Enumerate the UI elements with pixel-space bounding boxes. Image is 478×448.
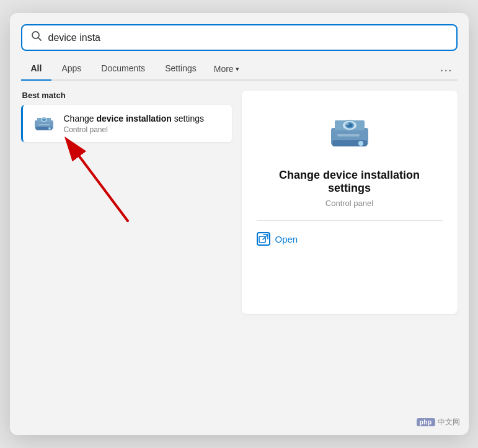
tabs-row: All Apps Documents Settings More ▾ ··· (21, 60, 458, 81)
result-title: Change device installation settings (64, 113, 223, 124)
open-external-icon (257, 232, 270, 246)
search-bar[interactable] (21, 24, 458, 51)
svg-point-5 (48, 127, 51, 130)
tab-documents[interactable]: Documents (91, 60, 155, 81)
best-match-label: Best match (21, 91, 232, 100)
svg-rect-6 (38, 124, 50, 125)
tab-apps[interactable]: Apps (51, 60, 91, 81)
chevron-down-icon: ▾ (236, 65, 239, 73)
php-logo: php (417, 418, 435, 426)
detail-title: Change device installation settings (257, 169, 443, 195)
detail-icon (325, 108, 374, 158)
left-panel: Best match (21, 91, 232, 142)
tab-more[interactable]: More ▾ (206, 60, 247, 80)
search-icon (31, 30, 42, 45)
svg-rect-13 (337, 134, 360, 137)
result-item[interactable]: Change device installation settings Cont… (21, 105, 232, 142)
result-subtitle: Control panel (64, 125, 223, 134)
search-window: All Apps Documents Settings More ▾ ··· B… (10, 13, 469, 435)
svg-point-17 (347, 123, 349, 125)
open-link[interactable]: Open (257, 232, 298, 246)
result-icon (32, 111, 56, 136)
svg-line-1 (38, 38, 40, 40)
tab-more-label: More (214, 64, 234, 74)
php-watermark: php 中文网 (417, 417, 460, 428)
php-site-label: 中文网 (438, 417, 460, 428)
right-panel: Change device installation settings Cont… (242, 91, 458, 314)
tab-options-button[interactable]: ··· (435, 61, 458, 78)
content-area: Best match (21, 91, 458, 314)
tab-settings[interactable]: Settings (155, 60, 206, 81)
search-input[interactable] (48, 32, 448, 43)
open-label: Open (275, 234, 298, 244)
detail-subtitle: Control panel (325, 199, 373, 208)
svg-point-12 (358, 141, 363, 146)
svg-point-8 (42, 119, 46, 121)
divider (257, 220, 443, 221)
result-text: Change device installation settings Cont… (64, 113, 223, 134)
tab-all[interactable]: All (21, 60, 52, 81)
